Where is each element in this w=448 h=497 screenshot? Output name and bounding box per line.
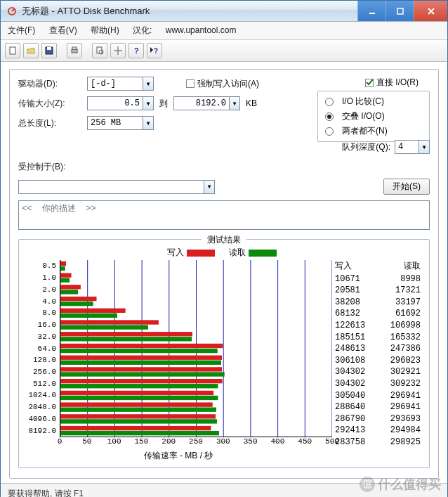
table-row: 6813261692 — [332, 308, 423, 320]
svg-rect-37 — [60, 314, 117, 318]
svg-rect-57 — [60, 431, 219, 435]
table-row: 283758298925 — [332, 437, 423, 448]
svg-rect-48 — [60, 379, 223, 383]
svg-rect-3 — [397, 8, 403, 14]
menu-file[interactable]: 文件(F) — [8, 25, 35, 35]
chevron-down-icon: ▾ — [143, 77, 153, 90]
table-row: 304302309232 — [332, 378, 423, 390]
transfer-size-label: 传输大小(Z): — [18, 98, 81, 110]
svg-text:?: ? — [134, 46, 139, 55]
svg-rect-36 — [60, 309, 126, 313]
toolbar: ? ? — [1, 40, 447, 62]
menu-help[interactable]: 帮助(H) — [91, 25, 119, 35]
status-bar: 要获得帮助, 请按 F1 — [1, 483, 447, 497]
svg-rect-46 — [60, 367, 222, 371]
svg-rect-41 — [60, 337, 192, 341]
window-title: 无标题 - ATTO Disk Benchmark — [22, 5, 357, 18]
results-table: 写入 读取 1067189982058117321382083319768132… — [332, 260, 423, 462]
whats-this-icon[interactable]: ? — [147, 43, 162, 58]
status-text: 要获得帮助, 请按 F1 — [8, 489, 84, 497]
transfer-to-select[interactable]: 8192.0▾ — [173, 96, 240, 110]
print-icon[interactable] — [67, 43, 82, 58]
svg-rect-54 — [60, 414, 216, 418]
table-row: 304302302921 — [332, 366, 423, 378]
results-panel: 测试结果 写入 读取 0.51.02.04.08.016.032.064.012… — [18, 239, 430, 468]
neither-radio[interactable]: 两者都不(N) — [325, 125, 422, 137]
table-row: 288640296941 — [332, 401, 423, 413]
svg-rect-32 — [60, 285, 81, 289]
table-row: 106718998 — [332, 273, 423, 285]
force-write-checkbox[interactable]: 强制写入访问(A) — [186, 78, 259, 90]
to-label: 到 — [159, 98, 168, 110]
radio-icon — [325, 98, 334, 106]
svg-rect-6 — [10, 47, 15, 54]
table-row: 306108296023 — [332, 355, 423, 367]
svg-rect-33 — [60, 290, 78, 294]
table-row: 185151165332 — [332, 332, 423, 344]
description-input[interactable] — [18, 200, 430, 230]
io-compare-radio[interactable]: I/O 比较(C) — [325, 96, 422, 108]
close-button[interactable] — [414, 1, 447, 21]
menubar: 文件(F) 查看(V) 帮助(H) 汉化: www.upantool.com — [1, 22, 447, 40]
x-axis-label: 传输速率 - MB / 秒 — [25, 450, 332, 462]
overlapped-radio[interactable]: 交叠 I/O(O) — [325, 110, 422, 122]
svg-rect-53 — [60, 408, 216, 412]
svg-rect-35 — [60, 302, 93, 306]
svg-rect-47 — [60, 372, 225, 376]
help-icon[interactable]: ? — [129, 43, 144, 58]
target-icon[interactable] — [110, 43, 126, 58]
table-row: 292413294984 — [332, 425, 423, 437]
chevron-down-icon: ▾ — [143, 117, 153, 129]
controlled-by-select[interactable]: ▾ — [18, 180, 215, 194]
svg-text:?: ? — [154, 47, 158, 55]
new-icon[interactable] — [5, 43, 20, 58]
svg-rect-38 — [60, 320, 159, 324]
svg-rect-40 — [60, 332, 192, 336]
io-mode-group: I/O 比较(C) 交叠 I/O(O) 两者都不(N) — [317, 91, 430, 142]
svg-rect-9 — [72, 49, 77, 53]
maximize-button[interactable] — [386, 1, 414, 21]
drive-select[interactable]: [-d-]▾ — [87, 77, 154, 91]
drive-label: 驱动器(D): — [18, 78, 81, 90]
unit-label: KB — [246, 98, 257, 108]
bar-chart: 0.51.02.04.08.016.032.064.0128.0256.0512… — [60, 260, 332, 437]
svg-rect-30 — [60, 273, 72, 277]
queue-depth-select[interactable]: 4▾ — [395, 140, 430, 154]
svg-rect-56 — [60, 426, 211, 430]
table-row: 248613247386 — [332, 343, 423, 355]
table-row: 3820833197 — [332, 297, 423, 309]
credit-link[interactable]: www.upantool.com — [166, 25, 237, 35]
radio-icon — [325, 112, 334, 121]
separator — [85, 43, 89, 58]
checkbox-icon — [365, 79, 374, 87]
minimize-button[interactable] — [357, 1, 386, 21]
svg-rect-49 — [60, 384, 218, 388]
total-length-label: 总长度(L): — [18, 117, 81, 129]
table-row: 305040296941 — [332, 390, 423, 402]
results-title: 测试结果 — [202, 234, 246, 246]
svg-rect-10 — [72, 47, 77, 49]
radio-icon — [325, 127, 334, 136]
length-select[interactable]: 256 MB▾ — [87, 116, 154, 130]
svg-rect-8 — [47, 47, 51, 50]
save-icon[interactable] — [41, 43, 57, 58]
table-row: 122613106998 — [332, 320, 423, 332]
menu-view[interactable]: 查看(V) — [49, 25, 77, 35]
svg-rect-28 — [60, 262, 66, 266]
svg-rect-45 — [60, 361, 221, 365]
open-icon[interactable] — [23, 43, 39, 58]
read-color-swatch — [249, 250, 277, 257]
chevron-down-icon: ▾ — [143, 97, 153, 110]
direct-io-checkbox[interactable]: 直接 I/O(R) — [365, 77, 419, 89]
svg-rect-29 — [60, 266, 65, 271]
start-button[interactable]: 开始(S) — [383, 179, 430, 195]
svg-rect-52 — [60, 402, 213, 406]
titlebar: 无标题 - ATTO Disk Benchmark — [1, 1, 447, 22]
col-read: 读取 — [404, 260, 421, 272]
app-icon — [6, 6, 18, 17]
preview-icon[interactable] — [92, 43, 107, 58]
table-row: 2058117321 — [332, 285, 423, 297]
transfer-from-select[interactable]: 0.5▾ — [87, 96, 154, 110]
svg-rect-50 — [60, 391, 213, 395]
svg-rect-39 — [60, 325, 148, 329]
